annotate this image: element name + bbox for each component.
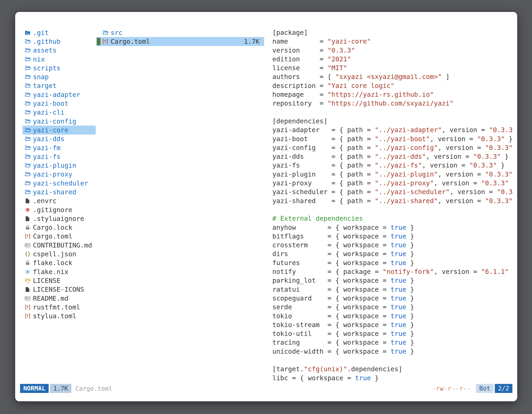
folder-icon	[25, 154, 31, 160]
dir-item-yazi-cli[interactable]: yazi-cli	[22, 108, 96, 117]
dir-item-yazi-adapter[interactable]: yazi-adapter	[22, 90, 96, 99]
file-icon	[25, 216, 31, 222]
toml-icon	[25, 304, 31, 310]
syntax-token: true	[390, 286, 406, 293]
syntax-token: }	[406, 241, 414, 249]
preview-line: yazi-proxy = { path = "../yazi-proxy", v…	[272, 179, 512, 188]
dir-item-assets[interactable]: assets	[22, 46, 96, 55]
file-item-flake.nix[interactable]: flake.nix	[22, 267, 96, 276]
dir-item-src[interactable]: src	[96, 28, 264, 37]
preview-line: tokio-stream = { workspace = true }	[272, 320, 512, 329]
dir-item-.github[interactable]: .github	[22, 37, 96, 46]
preview-line: yazi-config = { path = "../yazi-config",…	[272, 143, 512, 152]
desktop-background: .git.githubassetsnixscriptssnaptargetyaz…	[0, 0, 532, 414]
syntax-token: "0.3.3"	[497, 188, 512, 196]
syntax-token: }	[406, 347, 414, 355]
item-name: cspell.json	[33, 250, 76, 258]
file-item-Cargo.lock[interactable]: Cargo.lock	[22, 223, 96, 232]
item-name: yazi-core	[33, 126, 68, 134]
item-name: yazi-shared	[33, 188, 76, 196]
file-item-cspell.json[interactable]: cspell.json	[22, 250, 96, 258]
file-item-rustfmt.toml[interactable]: rustfmt.toml	[22, 303, 96, 311]
syntax-token: "0.3.3"	[328, 47, 355, 54]
file-item-.gitignore[interactable]: .gitignore	[22, 205, 96, 214]
syntax-token: true	[390, 294, 406, 302]
folder-icon	[25, 136, 31, 142]
git-folder-icon	[25, 30, 31, 36]
dir-item-yazi-fs[interactable]: yazi-fs	[22, 152, 96, 161]
syntax-token: "0.3.3"	[489, 126, 512, 134]
file-item-LICENSE[interactable]: LICENSE	[22, 276, 96, 285]
file-item-.styluaignore[interactable]: .styluaignore	[22, 214, 96, 223]
dir-item-yazi-plugin[interactable]: yazi-plugin	[22, 161, 96, 170]
syntax-token: homepage =	[272, 91, 328, 98]
mode-badge: NORMAL	[20, 384, 49, 393]
folder-icon	[25, 127, 31, 133]
dir-item-snap[interactable]: snap	[22, 72, 96, 81]
dir-item-.git[interactable]: .git	[22, 28, 96, 37]
file-item-LICENSE-ICONS[interactable]: LICENSE-ICONS	[22, 285, 96, 294]
dir-item-yazi-core[interactable]: yazi-core	[22, 125, 96, 135]
preview-line: yazi-adapter = { path = "../yazi-adapter…	[272, 125, 512, 135]
syntax-token: }	[371, 374, 379, 382]
toml-icon	[25, 233, 31, 239]
item-name: yazi-config	[33, 117, 76, 125]
preview-line: parking_lot = { workspace = true }	[272, 276, 512, 285]
file-item-README.md[interactable]: README.md	[22, 294, 96, 303]
dir-item-nix[interactable]: nix	[22, 55, 96, 64]
folder-icon	[25, 100, 31, 106]
syntax-token: }	[406, 321, 414, 329]
syntax-token: ratatui = { workspace =	[272, 286, 390, 293]
item-name: yazi-dds	[33, 135, 64, 143]
file-icon	[25, 286, 31, 292]
item-name: stylua.toml	[33, 312, 76, 320]
preview-line: tracing = { workspace = true }	[272, 338, 512, 347]
syntax-token: license =	[272, 64, 328, 72]
item-name: LICENSE	[33, 277, 60, 285]
item-name: assets	[33, 47, 57, 54]
item-name: flake.nix	[33, 268, 68, 276]
dir-item-yazi-config[interactable]: yazi-config	[22, 117, 96, 125]
folder-icon	[25, 171, 31, 177]
file-item-flake.lock[interactable]: flake.lock	[22, 259, 96, 267]
syntax-token: "0.3.3"	[485, 144, 512, 152]
dir-item-yazi-proxy[interactable]: yazi-proxy	[22, 170, 96, 179]
preview-line: license = "MIT"	[272, 64, 512, 72]
preview-line: yazi-scheduler = { path = "../yazi-sched…	[272, 188, 512, 196]
item-name: yazi-fm	[33, 144, 60, 152]
syntax-token: yazi-adapter = { path =	[272, 126, 375, 134]
syntax-token: }	[406, 232, 414, 240]
dir-item-yazi-dds[interactable]: yazi-dds	[22, 135, 96, 143]
syntax-token: true	[390, 338, 406, 346]
syntax-token: anyhow = { workspace =	[272, 223, 390, 231]
parent-directory-pane[interactable]: .git.githubassetsnixscriptssnaptargetyaz…	[15, 28, 96, 384]
folder-icon	[25, 109, 31, 115]
preview-line: unicode-width = { workspace = true }	[272, 347, 512, 356]
toml-icon	[25, 313, 31, 319]
syntax-token: true	[390, 312, 406, 320]
preview-line: [target."cfg(unix)".dependencies]	[272, 365, 512, 374]
preview-line: libc = { workspace = true }	[272, 374, 512, 383]
dir-item-yazi-shared[interactable]: yazi-shared	[22, 188, 96, 196]
preview-line: yazi-shared = { path = "../yazi-shared",…	[272, 197, 512, 205]
syntax-token: , version =	[434, 268, 481, 276]
preview-line: # External dependencies	[272, 214, 512, 223]
syntax-token: "0.3.3"	[469, 161, 497, 169]
file-item-.envrc[interactable]: .envrc	[22, 197, 96, 205]
dir-item-yazi-boot[interactable]: yazi-boot	[22, 99, 96, 108]
current-directory-pane[interactable]: srcCargo.toml1.7K	[96, 28, 264, 384]
file-preview-pane[interactable]: [package]name = "yazi-core"version = "0.…	[264, 28, 517, 384]
file-item-Cargo.toml[interactable]: Cargo.toml	[22, 232, 96, 241]
dir-item-yazi-scheduler[interactable]: yazi-scheduler	[22, 179, 96, 188]
syntax-token: version =	[272, 47, 328, 54]
dir-item-scripts[interactable]: scripts	[22, 64, 96, 72]
file-item-CONTRIBUTING.md[interactable]: CONTRIBUTING.md	[22, 241, 96, 250]
dir-item-target[interactable]: target	[22, 81, 96, 90]
file-item-Cargo.toml[interactable]: Cargo.toml1.7K	[96, 37, 264, 46]
syntax-token: , version =	[426, 153, 473, 160]
syntax-token: [target.	[272, 365, 304, 373]
dir-item-yazi-fm[interactable]: yazi-fm	[22, 143, 96, 152]
preview-line	[272, 205, 512, 214]
file-item-stylua.toml[interactable]: stylua.toml	[22, 312, 96, 320]
syntax-token: , version =	[422, 161, 469, 169]
